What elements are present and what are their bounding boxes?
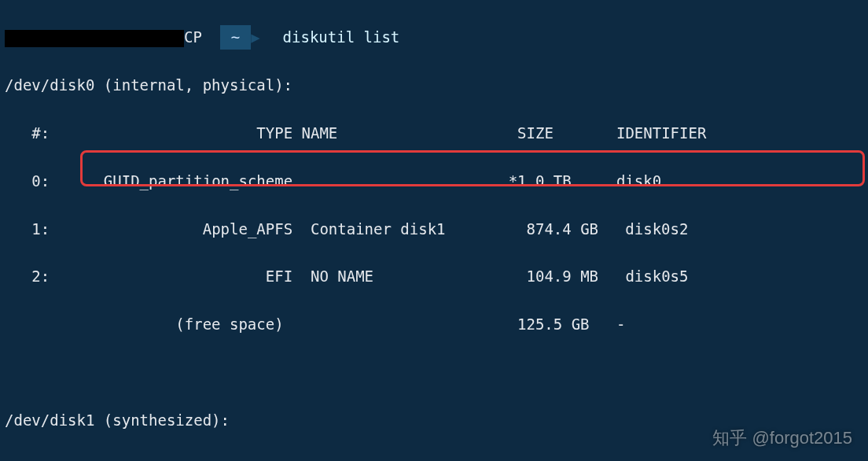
row-type: (free space) bbox=[175, 315, 283, 333]
host-suffix: CP bbox=[184, 28, 202, 46]
command-text: diskutil list bbox=[283, 28, 400, 46]
row-id: disk0s5 bbox=[625, 267, 688, 285]
disk1-header: /dev/disk1 (synthesized): bbox=[5, 408, 863, 432]
col-size: SIZE bbox=[517, 124, 554, 142]
terminal-output: CP ~▶ diskutil list /dev/disk0 (internal… bbox=[0, 0, 868, 461]
col-num: #: bbox=[31, 124, 50, 142]
row-size: 874.4 GB bbox=[527, 220, 599, 238]
col-id: IDENTIFIER bbox=[616, 124, 706, 142]
row-type: Apple_APFS bbox=[203, 220, 292, 238]
disk0-header: /dev/disk0 (internal, physical): bbox=[5, 73, 863, 97]
row-num: 0: bbox=[31, 172, 50, 190]
table-row: (free space) 125.5 GB - bbox=[5, 312, 863, 336]
prompt-line[interactable]: CP ~▶ diskutil list bbox=[5, 25, 863, 49]
table-row: 0: GUID_partition_scheme *1.0 TB disk0 bbox=[5, 169, 863, 193]
row-size: 104.9 MB bbox=[527, 267, 599, 285]
row-name: Container disk1 bbox=[311, 220, 446, 238]
row-id: disk0s2 bbox=[625, 220, 688, 238]
table-row: 2: EFI NO NAME 104.9 MB disk0s5 bbox=[5, 264, 863, 288]
row-size: *1.0 TB bbox=[509, 172, 572, 190]
row-type: EFI bbox=[266, 267, 292, 285]
col-type: TYPE bbox=[256, 124, 292, 142]
col-name: NAME bbox=[302, 124, 338, 142]
row-type: GUID_partition_scheme bbox=[104, 172, 292, 190]
blank-line bbox=[5, 360, 863, 384]
powerline-arrow-icon: ▶ bbox=[251, 25, 259, 49]
redacted-host2 bbox=[162, 30, 184, 47]
path-segment: ~ bbox=[220, 25, 251, 49]
table-header: #: TYPE NAME SIZE IDENTIFIER bbox=[5, 121, 863, 145]
table-row: 1: Apple_APFS Container disk1 874.4 GB d… bbox=[5, 217, 863, 241]
row-id: disk0 bbox=[616, 172, 661, 190]
row-id: - bbox=[616, 315, 625, 333]
row-size: 125.5 GB bbox=[517, 315, 590, 333]
row-name: NO NAME bbox=[311, 267, 373, 285]
row-num: 2: bbox=[31, 267, 50, 285]
redacted-host bbox=[5, 30, 162, 47]
table-header: #: TYPE NAME SIZE IDENTIFIER bbox=[5, 455, 863, 461]
row-num: 1: bbox=[31, 220, 50, 238]
